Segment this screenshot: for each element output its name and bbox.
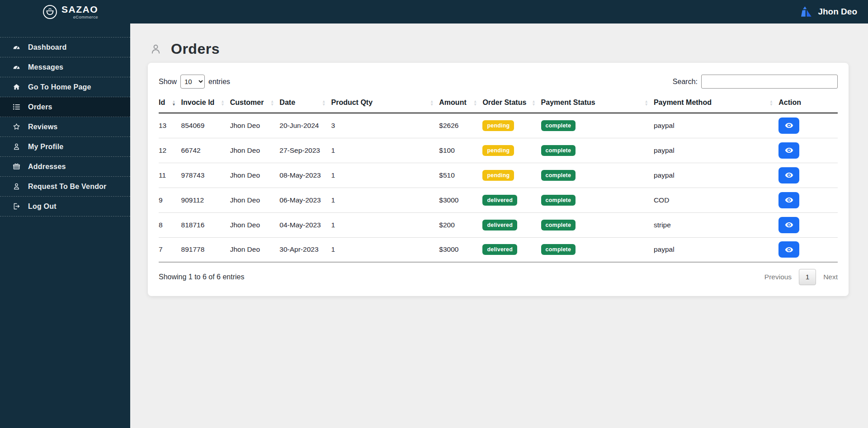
cell-payment-status: complete [541,113,654,138]
orders-table: Id▲▼Invocie Id▲▼Customer▲▼Date▲▼Product … [159,94,838,263]
order-status-badge: delivered [482,220,517,230]
sort-icon: ▲▼ [172,99,175,106]
cell-order-status: pending [482,113,541,138]
sort-icon: ▲▼ [221,99,224,106]
cell-payment-status: complete [541,138,654,163]
topbar: SAZAO eCommerce Jhon Deo [0,0,868,24]
cell-amount: $200 [439,212,482,237]
column-header-id[interactable]: Id▲▼ [159,94,181,113]
cell-action [778,113,838,138]
view-order-button[interactable] [778,241,799,258]
view-order-button[interactable] [778,118,799,134]
cell-product-qty: 1 [331,138,439,163]
sidebar-item-dashboard[interactable]: Dashboard [0,38,130,57]
cell-customer: Jhon Deo [230,138,280,163]
column-header-order-status[interactable]: Order Status▲▼ [482,94,541,113]
pagination-next[interactable]: Next [823,273,838,281]
search-label: Search: [673,78,698,86]
sidebar-item-label: Reviews [28,123,57,131]
sidebar-item-addresses[interactable]: Addresses [0,157,130,177]
table-row: 7891778Jhon Deo30-Apr-20231$3000delivere… [159,237,838,262]
view-order-button[interactable] [778,217,799,233]
profile-user-icon [12,142,21,151]
reviews-star-icon [12,122,21,131]
brand-tagline: eCommerce [73,15,98,19]
orders-table-head-row: Id▲▼Invocie Id▲▼Customer▲▼Date▲▼Product … [159,94,838,113]
eye-icon [784,170,794,180]
sidebar-item-label: Go To Home Page [28,83,91,91]
eye-icon [784,146,794,155]
eye-icon [784,220,794,230]
column-header-amount[interactable]: Amount▲▼ [439,94,482,113]
cell-payment-status: complete [541,212,654,237]
sidebar-item-label: Request To Be Vendor [28,183,107,191]
cell-customer: Jhon Deo [230,163,280,188]
order-status-badge: delivered [482,195,517,206]
search-input[interactable] [701,75,838,89]
page-title: Orders [171,41,220,57]
view-order-button[interactable] [778,192,799,208]
cell-order-status: pending [482,163,541,188]
cell-payment-method: COD [654,188,778,212]
sidebar-item-go-to-home-page[interactable]: Go To Home Page [0,77,130,97]
sidebar-item-request-to-be-vendor[interactable]: Request To Be Vendor [0,177,130,197]
orders-list-icon [12,103,21,111]
view-order-button[interactable] [778,167,799,183]
payment-status-badge: complete [541,120,576,131]
pagination-previous[interactable]: Previous [764,273,792,281]
view-order-button[interactable] [778,142,799,159]
messages-gauge-icon [12,63,21,71]
entries-length-select[interactable]: 10 [180,75,205,89]
cell-date: 27-Sep-2023 [279,138,331,163]
column-header-customer[interactable]: Customer▲▼ [230,94,280,113]
eye-icon [784,195,794,205]
sidebar-item-orders[interactable]: Orders [0,97,130,117]
pagination: Previous 1 Next [764,269,838,285]
sidebar-item-messages[interactable]: Messages [0,57,130,77]
order-status-badge: pending [482,145,514,156]
sort-icon: ▲▼ [430,99,434,106]
user-name: Jhon Deo [818,7,857,17]
cell-order-status: pending [482,138,541,163]
user-menu[interactable]: Jhon Deo [800,5,857,19]
cell-payment-method: paypal [654,113,778,138]
order-status-badge: pending [482,120,514,131]
sidebar-item-label: Orders [28,103,52,111]
orders-table-body: 13854069Jhon Deo20-Jun-20243$2626pending… [159,113,838,262]
sidebar: DashboardMessagesGo To Home PageOrdersRe… [0,24,130,428]
payment-status-badge: complete [541,195,576,206]
cell-order-status: delivered [482,188,541,212]
sort-icon: ▲▼ [473,99,477,106]
sidebar-item-my-profile[interactable]: My Profile [0,137,130,157]
sidebar-item-reviews[interactable]: Reviews [0,117,130,137]
cell-action [778,212,838,237]
order-status-badge: delivered [482,244,517,255]
cell-payment-method: paypal [654,163,778,188]
eye-icon [784,121,794,130]
column-header-product-qty[interactable]: Product Qty▲▼ [331,94,439,113]
payment-status-badge: complete [541,244,576,255]
cell-payment-status: complete [541,188,654,212]
pagination-page-1[interactable]: 1 [799,269,816,285]
cell-product-qty: 1 [331,188,439,212]
cell-id: 7 [159,237,181,262]
column-header-date[interactable]: Date▲▼ [279,94,331,113]
cell-invoice-id: 978743 [181,163,230,188]
cell-date: 20-Jun-2024 [279,113,331,138]
cell-product-qty: 1 [331,237,439,262]
brand-logo-icon [42,5,57,19]
table-row: 9909112Jhon Deo06-May-20231$3000delivere… [159,188,838,212]
column-header-payment-status[interactable]: Payment Status▲▼ [541,94,654,113]
column-header-payment-method[interactable]: Payment Method▲▼ [654,94,778,113]
cell-amount: $3000 [439,237,482,262]
sidebar-item-label: Log Out [28,202,57,211]
cell-customer: Jhon Deo [230,212,280,237]
sidebar-item-label: My Profile [28,143,63,151]
column-header-invocie-id[interactable]: Invocie Id▲▼ [181,94,230,113]
cell-date: 04-May-2023 [279,212,331,237]
sort-icon: ▲▼ [769,99,773,106]
orders-card: Show 10 entries Search: Id▲▼Invocie Id▲▼… [148,63,849,296]
cell-action [778,237,838,262]
sidebar-item-log-out[interactable]: Log Out [0,197,130,216]
brand[interactable]: SAZAO eCommerce [42,5,98,19]
